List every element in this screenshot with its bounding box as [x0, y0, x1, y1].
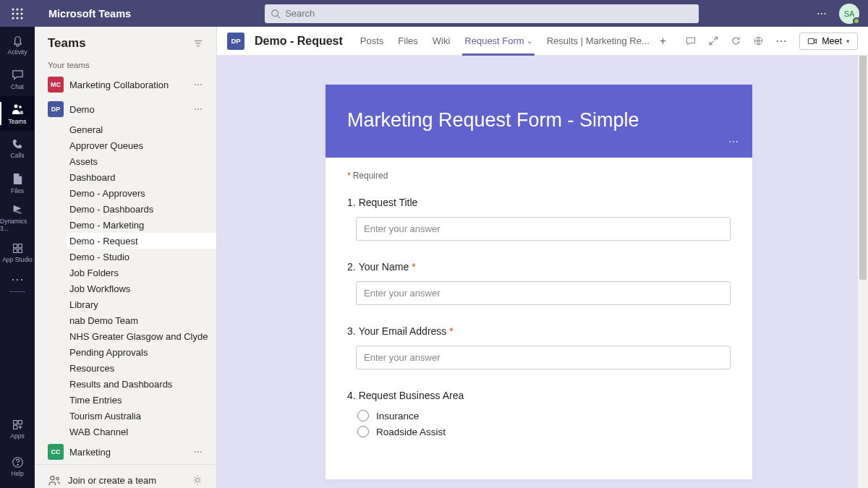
channel-item[interactable]: nab Demo Team — [67, 312, 216, 328]
waffle-icon[interactable] — [0, 0, 35, 27]
answer-input[interactable] — [356, 217, 731, 241]
app-brand: Microsoft Teams — [48, 8, 131, 20]
svg-rect-17 — [13, 420, 17, 424]
main-content: DP Demo - Request PostsFilesWikiRequest … — [217, 27, 868, 488]
search-box[interactable] — [265, 4, 699, 23]
team-more-icon[interactable]: ⋯ — [194, 104, 203, 114]
chevron-down-icon: ⌄ — [527, 37, 532, 45]
tab-files[interactable]: Files — [398, 27, 417, 56]
rail-dynamics[interactable]: Dynamics 3... — [0, 200, 35, 235]
channel-item[interactable]: General — [67, 121, 216, 137]
channel-item[interactable]: Approver Queues — [67, 137, 216, 153]
globe-icon[interactable] — [753, 35, 764, 46]
answer-input[interactable] — [356, 281, 731, 305]
channel-item[interactable]: NHS Greater Glasgow and Clyde — [67, 328, 216, 344]
team-row[interactable]: CCMarketing⋯ — [35, 440, 216, 464]
radio-icon[interactable] — [357, 410, 369, 421]
channel-item[interactable]: Job Folders — [67, 265, 216, 281]
avatar[interactable]: SA — [839, 4, 859, 24]
radio-icon[interactable] — [357, 426, 369, 437]
team-row[interactable]: DPDemo⋯ — [35, 97, 216, 121]
teams-icon — [10, 102, 25, 116]
form-card: Marketing Request Form - Simple ⋯ *Requi… — [326, 85, 752, 479]
more-icon[interactable]: ⋯ — [775, 34, 788, 48]
rail-appstudio[interactable]: App Studio — [0, 235, 35, 270]
team-name: Marketing Collaboration — [69, 80, 194, 90]
rail-activity[interactable]: Activity — [0, 27, 35, 61]
channel-item[interactable]: Assets — [67, 153, 216, 169]
svg-rect-15 — [13, 249, 17, 252]
rail-calls[interactable]: Calls — [0, 131, 35, 166]
expand-icon[interactable] — [708, 35, 719, 46]
tab-request-form[interactable]: Request Form⌄ — [464, 27, 532, 56]
channel-item[interactable]: Demo - Request — [67, 233, 216, 249]
svg-point-0 — [12, 8, 14, 10]
rail-chat[interactable]: Chat — [0, 61, 35, 96]
channel-item[interactable]: Pending Approvals — [67, 344, 216, 360]
team-avatar-small: CC — [48, 444, 64, 460]
gear-icon[interactable] — [192, 474, 203, 486]
join-create-label: Join or create a team — [68, 475, 156, 486]
rail-files[interactable]: Files — [0, 166, 35, 200]
rail-more-icon[interactable]: ⋯ — [11, 271, 25, 287]
scrollbar[interactable] — [858, 56, 868, 488]
tab-posts[interactable]: Posts — [360, 27, 384, 56]
svg-rect-29 — [809, 38, 814, 43]
team-avatar-small: DP — [48, 101, 64, 117]
rail-help[interactable]: Help — [0, 449, 35, 484]
channel-header: DP Demo - Request PostsFilesWikiRequest … — [217, 27, 868, 56]
form-title: Marketing Request Form - Simple — [347, 109, 731, 132]
svg-point-12 — [19, 106, 22, 108]
chevron-down-icon: ▾ — [846, 38, 850, 45]
bell-icon — [11, 33, 25, 47]
dynamics-icon — [11, 203, 24, 216]
title-bar: Microsoft Teams ⋯ SA — [0, 0, 868, 27]
rail-apps[interactable]: Apps — [0, 411, 35, 446]
rail-teams[interactable]: Teams — [0, 96, 35, 131]
svg-line-10 — [278, 15, 281, 18]
file-icon — [12, 172, 24, 186]
team-more-icon[interactable]: ⋯ — [194, 80, 203, 90]
channel-item[interactable]: Demo - Studio — [67, 249, 216, 265]
svg-point-7 — [17, 17, 19, 19]
tab-results---marketing-re---[interactable]: Results | Marketing Re... — [547, 27, 650, 56]
channel-item[interactable]: Time Entries — [67, 392, 216, 408]
scrollbar-thumb[interactable] — [859, 56, 867, 280]
channel-item[interactable]: Dashboard — [67, 169, 216, 185]
search-input[interactable] — [285, 8, 693, 19]
question: 1.Request Title — [347, 197, 731, 241]
channel-item[interactable]: Demo - Marketing — [67, 217, 216, 233]
rail-divider — [9, 291, 25, 292]
appstudio-icon — [12, 242, 24, 254]
team-row[interactable]: MCMarketing Collaboration⋯ — [35, 72, 216, 97]
question: 2.Your Name* — [347, 261, 731, 305]
svg-rect-19 — [13, 425, 17, 429]
channel-item[interactable]: Demo - Approvers — [67, 185, 216, 201]
answer-input[interactable] — [356, 346, 731, 369]
refresh-icon[interactable] — [731, 35, 741, 46]
question: 3.Your Email Address* — [347, 325, 731, 369]
form-more-icon[interactable]: ⋯ — [728, 136, 739, 147]
app-rail: ActivityChatTeamsCallsFilesDynamics 3...… — [0, 0, 35, 488]
conversation-icon[interactable] — [685, 35, 697, 47]
channel-item[interactable]: Resources — [67, 360, 216, 376]
channel-item[interactable]: Tourism Australia — [67, 408, 216, 424]
channel-item[interactable]: Demo - Dashboards — [67, 201, 216, 217]
radio-option[interactable]: Roadside Assist — [357, 426, 731, 437]
channel-item[interactable]: Job Workflows — [67, 281, 216, 296]
svg-point-1 — [17, 8, 19, 10]
channel-item[interactable]: WAB Channel — [67, 424, 216, 440]
channel-item[interactable]: Results and Dashboards — [67, 376, 216, 392]
meet-button[interactable]: Meet ▾ — [799, 33, 858, 50]
teams-panel: Teams Your teams MCMarketing Collaborati… — [35, 27, 217, 488]
svg-rect-14 — [18, 244, 22, 247]
radio-option[interactable]: Insurance — [357, 410, 731, 421]
filter-icon[interactable] — [193, 38, 203, 48]
join-create-team[interactable]: Join or create a team — [48, 474, 156, 487]
team-more-icon[interactable]: ⋯ — [194, 447, 203, 457]
settings-more-icon[interactable]: ⋯ — [817, 8, 827, 20]
presence-badge — [853, 17, 860, 25]
tab-wiki[interactable]: Wiki — [433, 27, 451, 56]
channel-item[interactable]: Library — [67, 296, 216, 312]
add-tab-button[interactable]: + — [660, 35, 666, 48]
